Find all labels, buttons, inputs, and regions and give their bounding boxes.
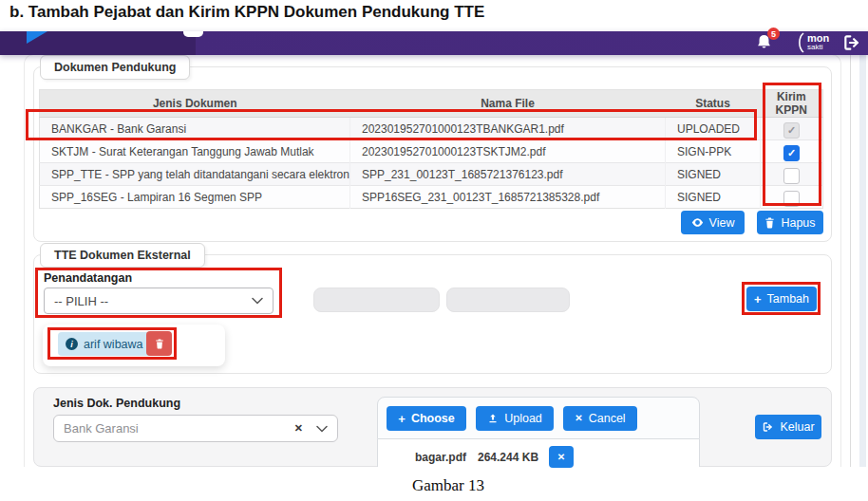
view-button[interactable]: View	[681, 211, 745, 234]
penandatangan-label: Penandatangan	[44, 271, 132, 285]
upload-button-label: Upload	[504, 412, 542, 425]
app-header-bar	[0, 31, 868, 55]
table-row: SPP_16SEG - Lampiran 16 Segmen SPP SPP16…	[40, 186, 823, 209]
dokumen-pendukung-legend: Dokumen Pendukung	[40, 55, 190, 80]
page-title: b. Tambah Pejabat dan Kirim KPPN Dokumen…	[9, 3, 484, 22]
table-header-row: Jenis Dokumen Nama File Status Kirim KPP…	[40, 90, 823, 118]
kirim-kppn-checkbox[interactable]: ✓	[783, 191, 800, 207]
external-signer-input-1	[313, 288, 440, 312]
uploaded-file-size: 264.244 KB	[478, 451, 538, 464]
monsakti-logo-text-bottom: sakti	[807, 44, 822, 51]
trash-icon	[764, 217, 775, 229]
trash-icon	[155, 339, 164, 349]
remove-file-button[interactable]: ✕	[549, 446, 574, 468]
signer-delete-button[interactable]	[146, 331, 172, 356]
chevron-down-icon	[252, 297, 263, 305]
close-icon: ✕	[575, 414, 582, 423]
cell-nama-file: SPP16SEG_231_00123T_1685721385328.pdf	[350, 186, 666, 209]
exit-icon	[762, 421, 774, 433]
info-icon: i	[66, 338, 78, 350]
table-row: BANKGAR - Bank Garansi 20230195270100012…	[40, 118, 823, 140]
choose-button-label: Choose	[411, 412, 455, 425]
chevron-down-icon	[316, 425, 328, 433]
cell-jenis: SPP_16SEG - Lampiran 16 Segmen SPP	[40, 186, 350, 209]
cell-nama-file: SPP_231_00123T_1685721376123.pdf	[350, 163, 666, 186]
upload-button[interactable]: Upload	[476, 406, 554, 431]
header-logout-icon[interactable]	[841, 33, 862, 52]
check-icon: ✓	[787, 147, 796, 159]
clear-selection-icon[interactable]: ✕	[294, 422, 303, 435]
signer-name: arif wibawa	[84, 338, 143, 351]
table-row: SPP_TTE - SPP yang telah ditandatangani …	[40, 163, 823, 186]
panel-right-border	[850, 54, 851, 467]
cell-jenis: BANKGAR - Bank Garansi	[40, 118, 350, 140]
hapus-button-label: Hapus	[781, 216, 815, 230]
kirim-kppn-checkbox[interactable]: ✓	[783, 145, 800, 161]
plus-icon: +	[398, 413, 406, 425]
cell-nama-file: 202301952701000123TBANKGAR1.pdf	[350, 118, 666, 140]
plus-icon: +	[754, 293, 762, 306]
cell-jenis: SKTJM - Surat Keterangan Tanggung Jawab …	[40, 140, 350, 163]
tte-dokumen-eksternal-legend: TTE Dokumen Eksternal	[40, 243, 205, 268]
signer-badge: i arif wibawa	[58, 332, 153, 356]
upload-icon	[487, 413, 499, 424]
eye-icon	[691, 217, 704, 228]
tambah-button[interactable]: + Tambah	[746, 287, 817, 311]
sakti-logo-corner-icon	[27, 31, 47, 44]
cell-nama-file: 202301952701000123TSKTJM2.pdf	[350, 140, 666, 163]
jenis-dok-pendukung-select[interactable]: Bank Garansi ✕	[53, 415, 338, 442]
tambah-button-label: Tambah	[767, 292, 809, 306]
header-notch	[183, 31, 203, 37]
column-header-kirim-kppn: Kirim KPPN	[761, 90, 823, 118]
uploaded-file-name: bagar.pdf	[415, 451, 466, 464]
dokumen-pendukung-table: Jenis Dokumen Nama File Status Kirim KPP…	[39, 89, 822, 209]
view-button-label: View	[709, 216, 735, 230]
monsakti-logo-swoosh-icon	[796, 32, 805, 53]
figure-caption: Gambar 13	[0, 476, 868, 495]
cancel-button[interactable]: ✕ Cancel	[563, 406, 637, 431]
cell-status: SIGN-PPK	[666, 140, 761, 163]
close-icon: ✕	[557, 453, 565, 462]
table-row: SKTJM - Surat Keterangan Tanggung Jawab …	[40, 140, 823, 163]
scrollbar[interactable]	[859, 54, 866, 467]
keluar-button-label: Keluar	[780, 420, 814, 434]
keluar-button[interactable]: Keluar	[755, 415, 821, 439]
jenis-dok-selected-value: Bank Garansi	[64, 421, 294, 436]
notification-count-badge: 5	[767, 28, 780, 40]
kirim-kppn-checkbox[interactable]: ✓	[783, 122, 800, 139]
column-header-nama-file: Nama File	[350, 90, 666, 118]
jenis-dok-pendukung-label: Jenis Dok. Pendukung	[53, 397, 180, 410]
penandatangan-select[interactable]: -- PILIH --	[44, 288, 274, 314]
column-header-status: Status	[666, 90, 761, 118]
cell-jenis: SPP_TTE - SPP yang telah ditandatangani …	[40, 163, 350, 186]
cell-status: SIGNED	[666, 163, 761, 186]
choose-button[interactable]: + Choose	[387, 406, 466, 431]
column-header-jenis-dokumen: Jenis Dokumen	[40, 90, 350, 118]
external-signer-input-2	[446, 288, 570, 312]
hapus-button[interactable]: Hapus	[757, 211, 823, 234]
check-icon: ✓	[787, 193, 796, 205]
screenshot-stage: b. Tambah Pejabat dan Kirim KPPN Dokumen…	[0, 0, 868, 501]
check-icon: ✓	[787, 170, 796, 182]
kirim-kppn-checkbox[interactable]: ✓	[783, 168, 800, 184]
cell-status: SIGNED	[666, 186, 761, 209]
penandatangan-selected-value: -- PILIH --	[54, 294, 252, 308]
cell-status: UPLOADED	[666, 118, 761, 140]
cancel-button-label: Cancel	[589, 412, 626, 425]
check-icon: ✓	[787, 124, 796, 137]
